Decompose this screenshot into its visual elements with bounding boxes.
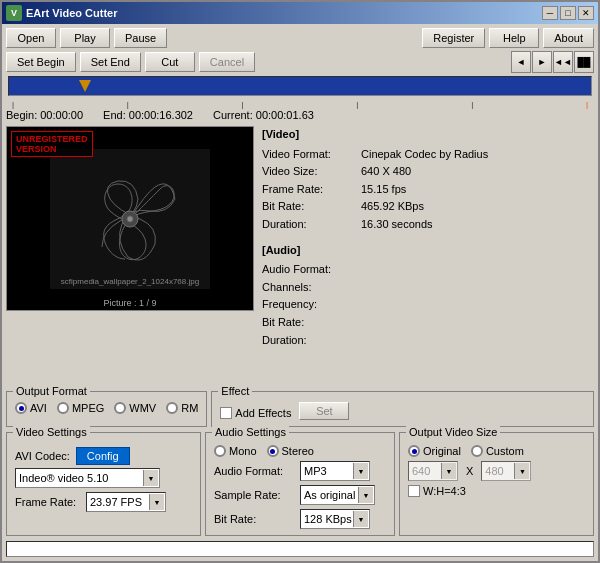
x-label: X — [466, 465, 473, 477]
ruler-ticks: | | | | | | — [8, 100, 592, 104]
sample-rate-select-wrapper[interactable]: As original 44100 Hz 22050 Hz — [300, 485, 375, 505]
cut-button[interactable]: Cut — [145, 52, 195, 72]
about-button[interactable]: About — [543, 28, 594, 48]
video-preview-inner: UNREGISTEREDVERSION scfipmedia_wallpaper… — [7, 127, 253, 310]
info-row-vduration: Duration: 16.30 seconds — [262, 216, 594, 234]
vsize-label: Video Size: — [262, 163, 357, 181]
mpeg-radio[interactable] — [57, 402, 69, 414]
window-title: EArt Video Cutter — [26, 7, 117, 19]
aspect-ratio-checkbox[interactable] — [408, 485, 420, 497]
framerate-row: Frame Rate: 23.97 FPS 15 FPS 29.97 FPS 3… — [15, 492, 192, 512]
avi-radio[interactable] — [15, 402, 27, 414]
close-button[interactable]: ✕ — [578, 6, 594, 20]
framerate-label: Frame Rate: — [15, 496, 80, 508]
info-row-afreq: Frequency: — [262, 296, 594, 314]
output-format-title: Output Format — [13, 385, 90, 397]
help-button[interactable]: Help — [489, 28, 539, 48]
rm-radio[interactable] — [166, 402, 178, 414]
codec-select-wrapper[interactable]: Indeo® video 5.10 — [15, 468, 160, 488]
prev-frame-button[interactable]: ◄ — [511, 51, 531, 73]
mono-option[interactable]: Mono — [214, 445, 257, 457]
next-frame-button[interactable]: ► — [532, 51, 552, 73]
watermark: UNREGISTEREDVERSION — [11, 131, 93, 157]
width-select[interactable]: 640 — [408, 461, 458, 481]
register-button[interactable]: Register — [422, 28, 485, 48]
aspect-ratio-label: W:H=4:3 — [423, 485, 466, 497]
codec-row: AVI Codec: Config — [15, 447, 192, 465]
wmv-radio[interactable] — [114, 402, 126, 414]
effect-title: Effect — [218, 385, 252, 397]
window-content: Open Play Pause Register Help About Set … — [2, 24, 598, 561]
custom-radio[interactable] — [471, 445, 483, 457]
toolbar-right: Register Help About — [422, 28, 594, 48]
sample-rate-select[interactable]: As original 44100 Hz 22050 Hz — [300, 485, 375, 505]
timeline-track[interactable] — [8, 76, 592, 96]
vbitrate-value: 465.92 KBps — [361, 198, 424, 216]
size-value-row: 640 X 480 — [408, 461, 585, 481]
prev-prev-button[interactable]: ◄◄ — [553, 51, 573, 73]
effect-row: Add Effects Set — [220, 402, 585, 420]
format-wmv[interactable]: WMV — [114, 402, 156, 414]
format-rm[interactable]: RM — [166, 402, 198, 414]
original-radio[interactable] — [408, 445, 420, 457]
cancel-button[interactable]: Cancel — [199, 52, 255, 72]
set-button[interactable]: Set — [299, 402, 349, 420]
stereo-label: Stereo — [282, 445, 314, 457]
time-info: Begin: 00:00:00 End: 00:00:16.302 Curren… — [6, 109, 594, 121]
format-mpeg[interactable]: MPEG — [57, 402, 104, 414]
vduration-label: Duration: — [262, 216, 357, 234]
add-effects-checkbox-label[interactable]: Add Effects — [220, 407, 291, 419]
audio-bitrate-row: Bit Rate: 128 KBps 64 KBps 192 KBps — [214, 509, 386, 529]
timeline-container: | | | | | | — [8, 76, 592, 104]
pause-button[interactable]: Pause — [114, 28, 167, 48]
mono-radio[interactable] — [214, 445, 226, 457]
info-row-achannels: Channels: — [262, 279, 594, 297]
open-button[interactable]: Open — [6, 28, 56, 48]
audio-bitrate-select[interactable]: 128 KBps 64 KBps 192 KBps — [300, 509, 370, 529]
custom-label: Custom — [486, 445, 524, 457]
add-effects-label: Add Effects — [235, 407, 291, 419]
app-icon: V — [6, 5, 22, 21]
height-select[interactable]: 480 — [481, 461, 531, 481]
audio-format-select-wrapper[interactable]: MP3 WAV AAC — [300, 461, 370, 481]
afreq-label: Frequency: — [262, 296, 357, 314]
custom-option[interactable]: Custom — [471, 445, 524, 457]
stereo-option[interactable]: Stereo — [267, 445, 314, 457]
framerate-select-wrapper[interactable]: 23.97 FPS 15 FPS 29.97 FPS 30 FPS — [86, 492, 166, 512]
vduration-value: 16.30 seconds — [361, 216, 433, 234]
add-effects-checkbox[interactable] — [220, 407, 232, 419]
status-bar — [6, 541, 594, 557]
video-section-header: [Video] — [262, 126, 594, 144]
next-next-button[interactable]: ██ — [574, 51, 594, 73]
video-settings-title: Video Settings — [13, 426, 90, 438]
play-button[interactable]: Play — [60, 28, 110, 48]
set-begin-button[interactable]: Set Begin — [6, 52, 76, 72]
audio-format-select[interactable]: MP3 WAV AAC — [300, 461, 370, 481]
codec-select[interactable]: Indeo® video 5.10 — [15, 468, 160, 488]
codec-select-row: Indeo® video 5.10 — [15, 468, 192, 488]
output-video-size-panel: Output Video Size Original Custom 640 — [399, 432, 594, 536]
set-end-button[interactable]: Set End — [80, 52, 141, 72]
audio-bitrate-select-wrapper[interactable]: 128 KBps 64 KBps 192 KBps — [300, 509, 370, 529]
aformat-label: Audio Format: — [262, 261, 357, 279]
config-button[interactable]: Config — [76, 447, 130, 465]
rm-label: RM — [181, 402, 198, 414]
aspect-ratio-row[interactable]: W:H=4:3 — [408, 485, 585, 497]
title-bar-left: V EArt Video Cutter — [6, 5, 117, 21]
toolbar-row-1: Open Play Pause Register Help About — [6, 28, 594, 48]
sample-rate-label: Sample Rate: — [214, 489, 294, 501]
maximize-button[interactable]: □ — [560, 6, 576, 20]
minimize-button[interactable]: ─ — [542, 6, 558, 20]
framerate-select[interactable]: 23.97 FPS 15 FPS 29.97 FPS 30 FPS — [86, 492, 166, 512]
vfps-value: 15.15 fps — [361, 181, 406, 199]
sample-rate-row: Sample Rate: As original 44100 Hz 22050 … — [214, 485, 386, 505]
height-select-wrapper[interactable]: 480 — [481, 461, 531, 481]
audio-format-label: Audio Format: — [214, 465, 294, 477]
original-option[interactable]: Original — [408, 445, 461, 457]
format-avi[interactable]: AVI — [15, 402, 47, 414]
stereo-radio[interactable] — [267, 445, 279, 457]
wmv-label: WMV — [129, 402, 156, 414]
achannels-label: Channels: — [262, 279, 357, 297]
aduration-label: Duration: — [262, 332, 357, 350]
width-select-wrapper[interactable]: 640 — [408, 461, 458, 481]
